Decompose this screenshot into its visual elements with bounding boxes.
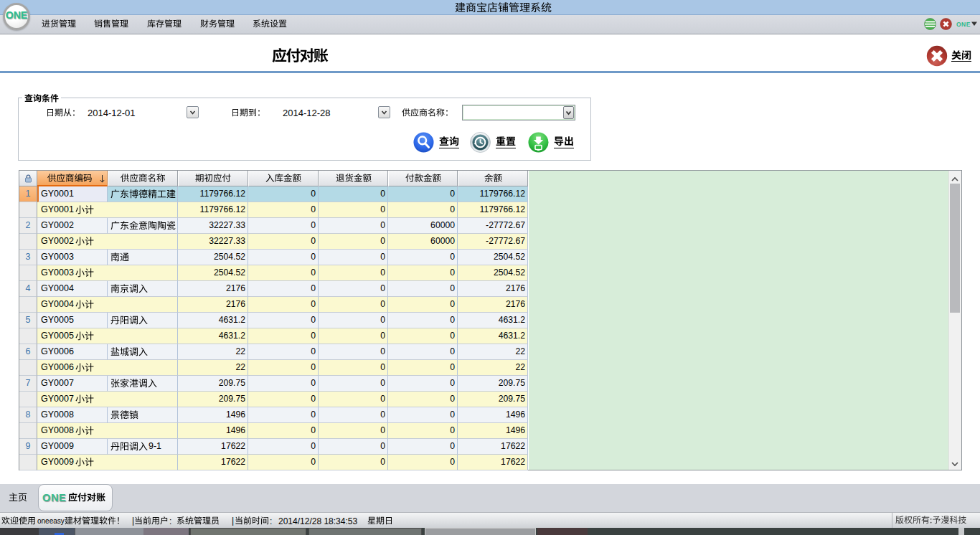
svg-text:ONE: ONE <box>956 21 971 28</box>
